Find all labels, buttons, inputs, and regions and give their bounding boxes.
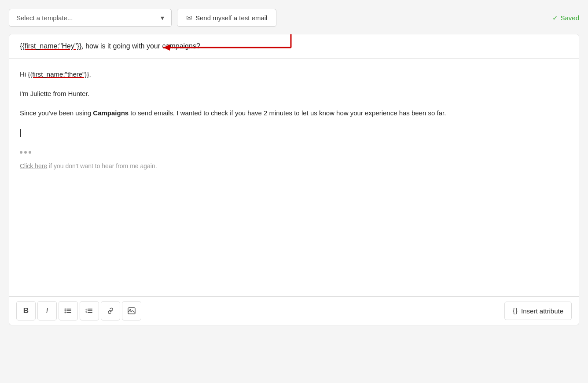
ordered-list-icon: 1. 2. 3.: [85, 307, 93, 315]
body-paragraph-2: Since you've been using Campaigns to sen…: [20, 108, 568, 118]
email-icon: ✉: [186, 14, 192, 22]
test-email-label: Send myself a test email: [195, 14, 267, 22]
cursor-position: [20, 129, 568, 137]
insert-attribute-button[interactable]: {} Insert attribute: [504, 302, 572, 320]
svg-rect-16: [88, 312, 92, 313]
image-icon: [128, 307, 136, 315]
top-bar: Select a template... ▾ ✉ Send myself a t…: [9, 9, 579, 27]
subject-rest: , how is it going with your campaigns?: [81, 42, 200, 50]
insert-attr-label: Insert attribute: [521, 307, 563, 315]
template-select-dropdown[interactable]: Select a template... ▾: [9, 9, 172, 27]
bold-button[interactable]: B: [16, 301, 36, 320]
paragraph2-prefix: Since you've been using: [20, 109, 93, 117]
dot-2: [24, 151, 27, 154]
greeting-suffix: ,: [89, 70, 91, 78]
link-button[interactable]: [101, 301, 120, 320]
chevron-down-icon: ▾: [161, 14, 164, 22]
greeting-prefix: Hi: [20, 70, 28, 78]
dot-1: [20, 151, 22, 154]
checkmark-icon: ✓: [552, 14, 558, 22]
svg-rect-12: [88, 309, 92, 309]
paragraph2-suffix: to send emails, I wanted to check if you…: [129, 109, 446, 117]
svg-point-7: [65, 310, 66, 312]
text-cursor: [20, 129, 21, 137]
svg-rect-6: [66, 309, 71, 309]
svg-rect-8: [66, 310, 71, 311]
subject-first-name-tag: {{first_name:"Hey"}}: [20, 42, 81, 50]
greeting-line: Hi {{first_name:"there"}},: [20, 69, 568, 80]
svg-text:3.: 3.: [85, 311, 88, 313]
more-options-button[interactable]: [20, 147, 568, 157]
unordered-list-button[interactable]: [59, 301, 78, 320]
saved-label: Saved: [560, 14, 579, 22]
ordered-list-button[interactable]: 1. 2. 3.: [80, 301, 99, 320]
image-button[interactable]: [122, 301, 141, 320]
email-editor: {{first_name:"Hey"}}, how is it going wi…: [9, 34, 579, 325]
link-icon: [107, 307, 114, 315]
svg-point-9: [65, 312, 66, 313]
toolbar-left: B I 1. 2.: [16, 301, 141, 320]
saved-badge: ✓ Saved: [552, 14, 579, 22]
test-email-button[interactable]: ✉ Send myself a test email: [177, 9, 276, 27]
editor-toolbar: B I 1. 2.: [9, 296, 579, 325]
unsubscribe-text: if you don't want to hear from me again.: [47, 162, 157, 169]
paragraph2-bold: Campaigns: [93, 109, 129, 117]
unsubscribe-line: Click here if you don't want to hear fro…: [20, 162, 568, 169]
email-body[interactable]: Hi {{first_name:"there"}}, I'm Juliette …: [9, 59, 579, 296]
unsubscribe-link[interactable]: Click here: [20, 162, 47, 169]
template-placeholder: Select a template...: [16, 14, 73, 22]
body-paragraph-1: I'm Juliette from Hunter.: [20, 88, 568, 99]
greeting-first-name-tag: {{first_name:"there"}}: [28, 70, 89, 78]
subject-line[interactable]: {{first_name:"Hey"}}, how is it going wi…: [9, 34, 579, 59]
svg-rect-10: [66, 312, 71, 313]
brace-icon: {}: [513, 306, 518, 315]
italic-button[interactable]: I: [37, 301, 57, 320]
dot-3: [29, 151, 31, 154]
svg-point-5: [65, 309, 66, 310]
svg-rect-14: [88, 310, 92, 311]
unordered-list-icon: [64, 307, 72, 315]
